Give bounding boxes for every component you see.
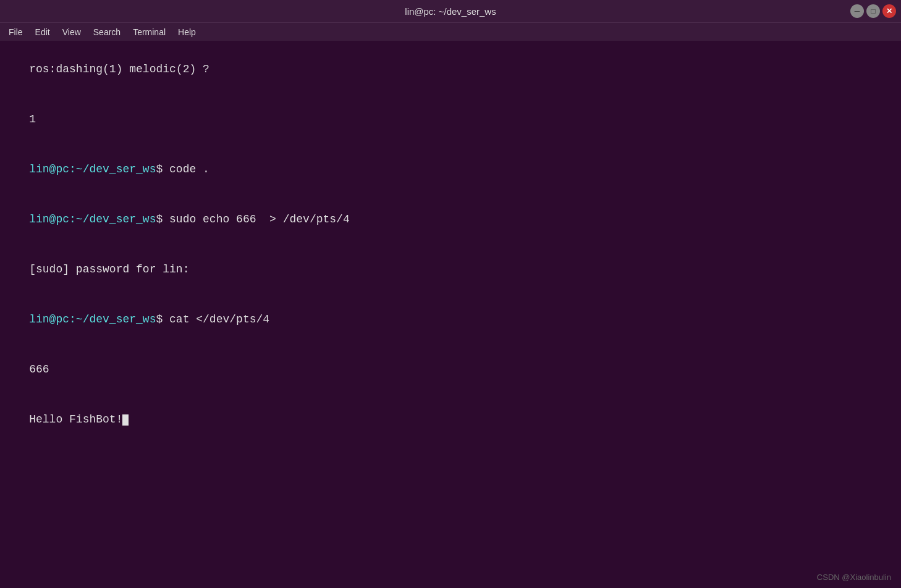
terminal-line: lin@pc:~/dev_ser_ws$ cat </dev/pts/4: [2, 295, 899, 345]
cursor-line-text: Hello FishBot!: [29, 413, 122, 426]
menu-view[interactable]: View: [56, 26, 87, 38]
maximize-button[interactable]: □: [866, 4, 880, 18]
prompt: lin@pc:~/dev_ser_ws: [29, 313, 156, 326]
terminal-cursor: [122, 414, 129, 426]
menu-search[interactable]: Search: [87, 26, 127, 38]
output-text: [sudo] password for lin:: [29, 263, 189, 275]
terminal-body[interactable]: ros:dashing(1) melodic(2) ? 1 lin@pc:~/d…: [0, 41, 901, 588]
terminal-line: [sudo] password for lin:: [2, 245, 899, 295]
watermark: CSDN @Xiaolinbulin: [817, 573, 891, 582]
terminal-line: 666: [2, 345, 899, 395]
window-controls: ─ □ ✕: [850, 4, 896, 18]
terminal-line: ros:dashing(1) melodic(2) ?: [2, 44, 899, 94]
title-bar: lin@pc: ~/dev_ser_ws ─ □ ✕: [0, 0, 901, 22]
window-title: lin@pc: ~/dev_ser_ws: [405, 6, 496, 17]
menu-terminal[interactable]: Terminal: [127, 26, 172, 38]
output-text: ros:dashing(1) melodic(2) ?: [29, 63, 209, 75]
menu-bar: File Edit View Search Terminal Help: [0, 22, 901, 41]
terminal-cursor-line: Hello FishBot!: [2, 395, 899, 445]
prompt: lin@pc:~/dev_ser_ws: [29, 163, 156, 175]
terminal-line: 1: [2, 94, 899, 145]
command-text: $ code .: [156, 163, 209, 175]
menu-help[interactable]: Help: [172, 26, 202, 38]
close-button[interactable]: ✕: [882, 4, 896, 18]
terminal-line: lin@pc:~/dev_ser_ws$ code .: [2, 145, 899, 195]
command-text: $ cat </dev/pts/4: [156, 313, 269, 326]
output-text: 1: [29, 113, 36, 125]
output-text: 666: [29, 363, 49, 376]
terminal-line: lin@pc:~/dev_ser_ws$ sudo echo 666 > /de…: [2, 195, 899, 245]
command-text: $ sudo echo 666 > /dev/pts/4: [156, 213, 349, 225]
menu-file[interactable]: File: [2, 26, 29, 38]
prompt: lin@pc:~/dev_ser_ws: [29, 213, 156, 225]
minimize-button[interactable]: ─: [850, 4, 864, 18]
menu-edit[interactable]: Edit: [29, 26, 56, 38]
